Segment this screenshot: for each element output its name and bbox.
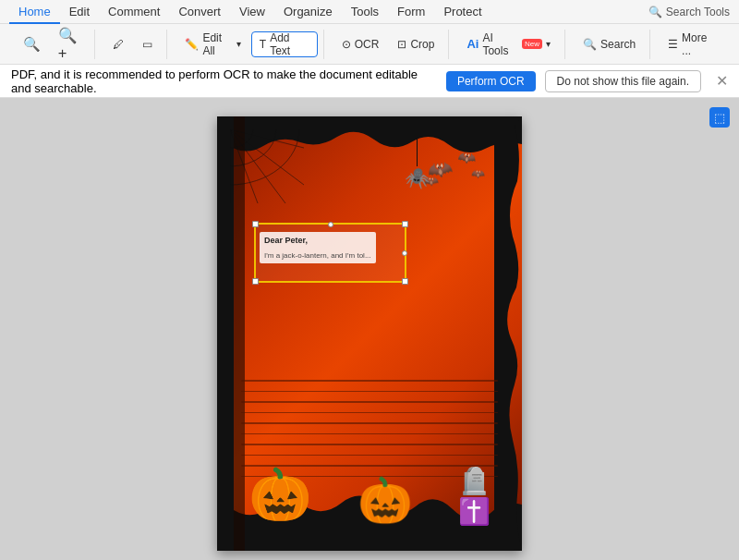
search-icon: 🔍 — [583, 38, 597, 51]
ocr-button[interactable]: ⊙ OCR — [333, 31, 388, 57]
more-icon: ☰ — [668, 38, 678, 51]
more-button[interactable]: ☰ More ... — [660, 31, 724, 57]
pumpkin-left: 🎃 — [248, 465, 312, 525]
edit-all-button[interactable]: ✏️ Edit All ▾ — [176, 31, 248, 57]
menu-bar: Home Edit Comment Convert View Organize … — [0, 0, 739, 24]
ai-dropdown-icon: ▾ — [546, 39, 551, 49]
zoom-in-button[interactable]: 🔍+ — [51, 31, 89, 57]
zoom-group: 🔍 🔍+ — [9, 30, 95, 59]
notification-bar: PDF, and it is recommended to perform OC… — [0, 65, 739, 98]
menu-item-organize[interactable]: Organize — [274, 0, 342, 24]
panel-toggle-button[interactable]: ⬚ — [709, 107, 730, 128]
grave-area: 🪦 ✝️ — [458, 466, 491, 527]
add-text-icon: T — [260, 38, 266, 51]
spider-decoration: 🕷️ — [405, 129, 430, 190]
handle-rc[interactable] — [402, 250, 407, 256]
doc-line-8 — [241, 455, 498, 457]
handle-tc[interactable] — [328, 222, 333, 227]
toolbar: 🔍 🔍+ 🖊 ▭ ✏️ Edit All ▾ T Add Text ⊙ OCR … — [0, 24, 739, 65]
menu-item-home[interactable]: Home — [9, 0, 60, 24]
rect-icon: ▭ — [142, 38, 152, 51]
dont-show-button[interactable]: Do not show this file again. — [545, 70, 701, 92]
search-label: Search — [600, 38, 636, 51]
ocr-icon: ⊙ — [342, 38, 351, 51]
search-button[interactable]: 🔍 Search — [575, 31, 644, 57]
menu-item-view[interactable]: View — [230, 0, 274, 24]
crop-icon: ⊡ — [397, 38, 406, 51]
perform-ocr-button[interactable]: Perform OCR — [446, 71, 536, 91]
doc-line-5 — [241, 422, 498, 424]
spider-body-icon: 🕷️ — [405, 166, 430, 190]
search-tools-area[interactable]: 🔍 Search Tools — [648, 6, 730, 18]
doc-line-1 — [241, 380, 498, 382]
edit-icon: ✏️ — [185, 38, 199, 51]
pumpkin-center: 🎃 — [357, 475, 413, 527]
ocr-group: ⊙ OCR ⊡ Crop — [328, 30, 450, 59]
handle-tl[interactable] — [252, 221, 259, 227]
doc-line-2 — [241, 391, 498, 393]
main-content: ⬚ — [0, 98, 739, 560]
handle-br[interactable] — [402, 278, 408, 285]
document-view: 🦇 🦇 🦇 🦇 🕷️ Dear Peter, I'm a jack-o-lant… — [217, 116, 522, 551]
highlight-button[interactable]: 🖊 — [104, 31, 132, 57]
doc-line-7 — [241, 444, 498, 445]
text-line2: I'm a jack-o-lantern, and I'm tol... — [264, 250, 371, 261]
annotation-group: 🖊 ▭ — [99, 30, 167, 59]
document-text-area[interactable]: Dear Peter, I'm a jack-o-lantern, and I'… — [260, 232, 376, 263]
cross-icon: ✝️ — [458, 496, 491, 527]
doc-line-3 — [241, 401, 498, 403]
crop-label: Crop — [410, 38, 434, 51]
handle-tr[interactable] — [402, 221, 408, 227]
highlight-icon: 🖊 — [113, 38, 124, 51]
menu-item-comment[interactable]: Comment — [99, 0, 169, 24]
notification-close-button[interactable]: ✕ — [716, 72, 728, 90]
add-text-button[interactable]: T Add Text — [251, 31, 318, 57]
menu-item-form[interactable]: Form — [388, 0, 434, 24]
menu-item-convert[interactable]: Convert — [169, 0, 230, 24]
search-tools-label: Search Tools — [666, 6, 730, 18]
search-group: 🔍 Search — [569, 30, 650, 59]
edit-dropdown-icon: ▾ — [236, 39, 241, 49]
more-group: ☰ More ... — [654, 30, 730, 59]
document-lines — [241, 380, 498, 477]
ai-tools-label: AI Tools — [482, 31, 516, 57]
menu-item-protect[interactable]: Protect — [434, 0, 491, 24]
ocr-label: OCR — [355, 38, 380, 51]
menu-item-tools[interactable]: Tools — [342, 0, 388, 24]
ai-group: Ai AI Tools New ▾ — [453, 30, 565, 59]
zoom-out-button[interactable]: 🔍 — [15, 31, 49, 57]
notification-text: PDF, and it is recommended to perform OC… — [11, 67, 437, 95]
ai-tools-button[interactable]: Ai AI Tools New ▾ — [458, 31, 559, 57]
zoom-in-icon: 🔍+ — [58, 26, 82, 62]
text-line1: Dear Peter, — [264, 235, 371, 247]
add-text-label: Add Text — [270, 31, 309, 57]
svg-line-4 — [230, 129, 304, 148]
edit-group: ✏️ Edit All ▾ T Add Text — [171, 30, 323, 59]
search-tools-icon: 🔍 — [648, 6, 662, 18]
menu-item-edit[interactable]: Edit — [60, 0, 99, 24]
rect-button[interactable]: ▭ — [134, 31, 161, 57]
more-label: More ... — [682, 31, 716, 57]
svg-line-1 — [230, 129, 285, 203]
doc-line-6 — [241, 433, 498, 435]
spider-thread — [417, 129, 418, 166]
ai-icon: Ai — [466, 37, 479, 51]
handle-bl[interactable] — [252, 278, 259, 285]
doc-line-4 — [241, 412, 498, 414]
grave-icon: 🪦 — [458, 466, 491, 496]
pumpkins-decoration: 🎃 🎃 🪦 ✝️ — [217, 465, 522, 538]
spiderweb-decoration — [230, 129, 313, 203]
crop-button[interactable]: ⊡ Crop — [389, 31, 442, 57]
zoom-out-icon: 🔍 — [23, 36, 41, 53]
new-badge: New — [522, 39, 542, 49]
edit-all-label: Edit All — [202, 31, 232, 57]
